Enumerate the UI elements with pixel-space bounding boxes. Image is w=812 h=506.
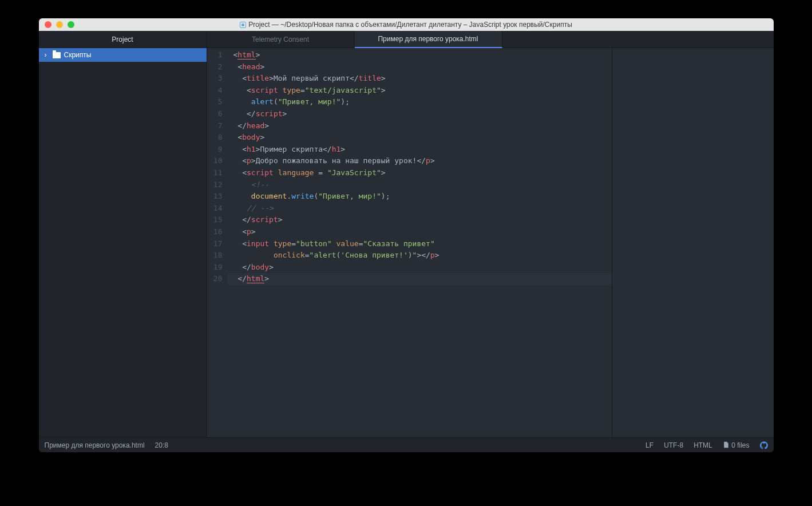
- github-icon[interactable]: [760, 441, 768, 449]
- code-line[interactable]: alert("Привет, мир!");: [233, 96, 612, 108]
- status-git[interactable]: 0 files: [723, 441, 750, 449]
- line-gutter: 1234567891011121314151617181920: [207, 48, 228, 437]
- code-line[interactable]: // -->: [233, 203, 612, 215]
- traffic-lights: [39, 21, 74, 28]
- code-line[interactable]: <title>Мой первый скрипт</title>: [233, 73, 612, 85]
- chevron-right-icon: ›: [45, 51, 49, 59]
- code-line[interactable]: </script>: [233, 108, 612, 120]
- status-grammar[interactable]: HTML: [694, 441, 712, 449]
- status-encoding[interactable]: UTF-8: [664, 441, 683, 449]
- code-line[interactable]: <h1>Пример скрипта</h1>: [233, 144, 612, 156]
- titlebar: Project — ~/Desktop/Новая папка с объект…: [39, 18, 774, 31]
- project-tree[interactable]: › Скрипты: [39, 48, 207, 437]
- project-pane-header[interactable]: Project: [39, 31, 207, 48]
- window-title: Project — ~/Desktop/Новая папка с объект…: [248, 21, 572, 29]
- app-icon: [240, 22, 246, 28]
- code-line[interactable]: <!--: [233, 179, 612, 191]
- editor-area[interactable]: 1234567891011121314151617181920 <html> <…: [207, 48, 774, 437]
- status-eol[interactable]: LF: [645, 441, 653, 449]
- minimap-area: [612, 48, 774, 437]
- code-line[interactable]: </script>: [233, 214, 612, 226]
- code-line[interactable]: <input type="button" value="Сказать прив…: [233, 238, 612, 250]
- code-line[interactable]: onclick="alert('Снова привет!')"></p>: [233, 250, 612, 262]
- status-file[interactable]: Пример для первого урока.html: [45, 441, 145, 449]
- tab-1[interactable]: Пример для первого урока.html: [355, 31, 502, 48]
- tree-item-label: Скрипты: [64, 51, 92, 59]
- folder-icon: [53, 52, 61, 58]
- code-line[interactable]: document.write("Привет, мир!");: [233, 191, 612, 203]
- code-line[interactable]: <body>: [233, 132, 612, 144]
- tab-0[interactable]: Telemetry Consent: [207, 31, 355, 48]
- code-line[interactable]: <html>: [233, 49, 612, 61]
- main-body: › Скрипты 123456789101112131415161718192…: [39, 48, 774, 437]
- code-line[interactable]: <script language = "JavaScript">: [233, 167, 612, 179]
- code-line[interactable]: </html>: [233, 273, 612, 285]
- code-line[interactable]: <head>: [233, 61, 612, 73]
- status-bar: Пример для первого урока.html 20:8 LF UT…: [39, 437, 774, 452]
- code-line[interactable]: </head>: [233, 120, 612, 132]
- tab-label: Пример для первого урока.html: [378, 35, 478, 43]
- maximize-window-button[interactable]: [68, 21, 74, 28]
- code-line[interactable]: <p>: [233, 226, 612, 238]
- close-window-button[interactable]: [45, 21, 52, 28]
- tab-bar: Project Telemetry ConsentПример для перв…: [39, 31, 774, 48]
- status-git-label: 0 files: [731, 441, 749, 449]
- minimize-window-button[interactable]: [56, 21, 63, 28]
- file-icon: [723, 441, 730, 448]
- status-cursor[interactable]: 20:8: [155, 441, 168, 449]
- code-line[interactable]: <p>Добро пожаловать на наш первый урок!<…: [233, 155, 612, 167]
- project-pane-label: Project: [112, 35, 133, 44]
- tab-label: Telemetry Consent: [252, 35, 309, 44]
- app-window: Project — ~/Desktop/Новая папка с объект…: [39, 18, 774, 452]
- code-line[interactable]: </body>: [233, 262, 612, 274]
- code-editor[interactable]: <html> <head> <title>Мой первый скрипт</…: [228, 48, 612, 437]
- tree-folder-scripts[interactable]: › Скрипты: [39, 48, 207, 62]
- code-line[interactable]: <script type="text/javascript">: [233, 85, 612, 97]
